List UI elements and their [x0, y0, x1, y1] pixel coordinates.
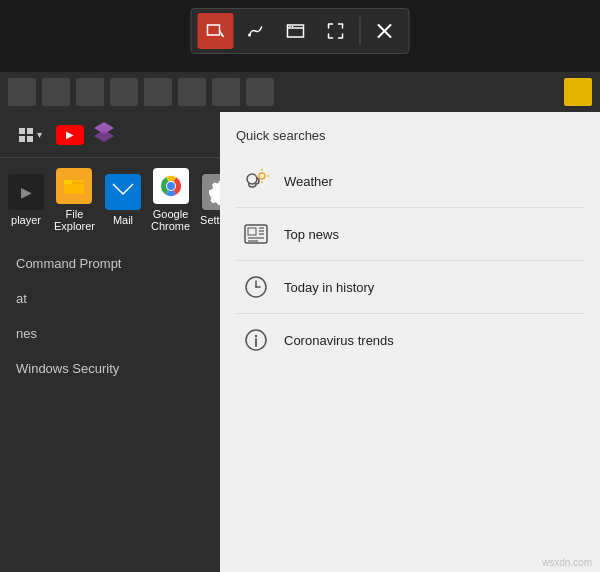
toolbar-divider	[360, 17, 361, 45]
svg-rect-0	[208, 25, 220, 35]
apps-row: ▶ player File Explorer	[0, 158, 220, 242]
svg-point-2	[248, 34, 251, 37]
quick-search-coronavirus[interactable]: Coronavirus trends	[236, 314, 584, 366]
app-tile-file-explorer-label: File Explorer	[54, 208, 95, 232]
weather-icon	[240, 165, 272, 197]
app-tile-file-explorer[interactable]: File Explorer	[50, 164, 99, 236]
chrome-icon	[153, 168, 189, 204]
menu-item-label: Windows Security	[16, 361, 119, 376]
screenshot-toolbar	[191, 8, 410, 54]
history-label: Today in history	[284, 280, 374, 295]
menu-items: Command Prompt at nes Windows Security	[0, 242, 220, 572]
top-news-label: Top news	[284, 227, 339, 242]
app-icon-7	[212, 78, 240, 106]
app-icon-2	[42, 78, 70, 106]
layers-icon	[92, 120, 116, 149]
file-explorer-icon	[56, 168, 92, 204]
svg-rect-11	[19, 136, 25, 142]
main-content: ▾ ▶ player	[0, 112, 600, 572]
menu-item-label: nes	[16, 326, 37, 341]
menu-item-label: Command Prompt	[16, 256, 121, 271]
history-icon	[240, 271, 272, 303]
quick-searches-title: Quick searches	[236, 128, 584, 143]
svg-rect-9	[19, 128, 25, 134]
app-tile-chrome-label: Google Chrome	[151, 208, 190, 232]
app-tile-mail-label: Mail	[113, 214, 133, 226]
quick-search-weather[interactable]: Weather	[236, 155, 584, 208]
watermark: wsxdn.com	[542, 557, 592, 568]
app-icon-5	[144, 78, 172, 106]
svg-point-5	[289, 26, 291, 28]
info-icon	[240, 324, 272, 356]
player-icon: ▶	[8, 174, 44, 210]
app-tile-player-label: player	[11, 214, 41, 226]
app-icon-4	[110, 78, 138, 106]
fullscreen-btn[interactable]	[318, 13, 354, 49]
menu-item-at[interactable]: at	[0, 281, 220, 316]
toolbar-row: ▾	[0, 112, 220, 158]
svg-point-21	[167, 182, 175, 190]
app-icon-1	[8, 78, 36, 106]
svg-point-39	[255, 335, 257, 337]
svg-rect-12	[27, 136, 33, 142]
dropdown-arrow: ▾	[37, 129, 42, 140]
weather-label: Weather	[284, 174, 333, 189]
svg-point-6	[292, 26, 294, 28]
menu-item-windows-security[interactable]: Windows Security	[0, 351, 220, 386]
grid-view-btn[interactable]: ▾	[12, 123, 48, 147]
app-tile-settings[interactable]: Settings	[196, 164, 220, 236]
app-tile-player[interactable]: ▶ player	[4, 164, 48, 236]
right-panel: Quick searches Weather	[220, 112, 600, 572]
app-tile-google-chrome[interactable]: Google Chrome	[147, 164, 194, 236]
menu-item-command-prompt[interactable]: Command Prompt	[0, 246, 220, 281]
mail-icon	[105, 174, 141, 210]
svg-rect-16	[64, 180, 72, 184]
svg-marker-14	[94, 130, 114, 142]
menu-item-label: at	[16, 291, 27, 306]
menu-item-nes[interactable]: nes	[0, 316, 220, 351]
app-icons-row	[0, 72, 600, 112]
close-btn[interactable]	[367, 13, 403, 49]
app-icon-6	[178, 78, 206, 106]
news-icon	[240, 218, 272, 250]
quick-search-history[interactable]: Today in history	[236, 261, 584, 314]
left-panel: ▾ ▶ player	[0, 112, 220, 572]
quick-search-news[interactable]: Top news	[236, 208, 584, 261]
app-icon-8	[246, 78, 274, 106]
app-icon-accent	[564, 78, 592, 106]
app-tile-mail[interactable]: Mail	[101, 164, 145, 236]
freehand-btn[interactable]	[238, 13, 274, 49]
svg-rect-29	[248, 228, 256, 235]
svg-rect-10	[27, 128, 33, 134]
rect-select-btn[interactable]	[198, 13, 234, 49]
app-tile-settings-label: Settings	[200, 214, 220, 226]
svg-point-23	[259, 173, 265, 179]
settings-icon	[202, 174, 220, 210]
window-select-btn[interactable]	[278, 13, 314, 49]
youtube-icon[interactable]	[56, 125, 84, 145]
app-icon-3	[76, 78, 104, 106]
coronavirus-label: Coronavirus trends	[284, 333, 394, 348]
